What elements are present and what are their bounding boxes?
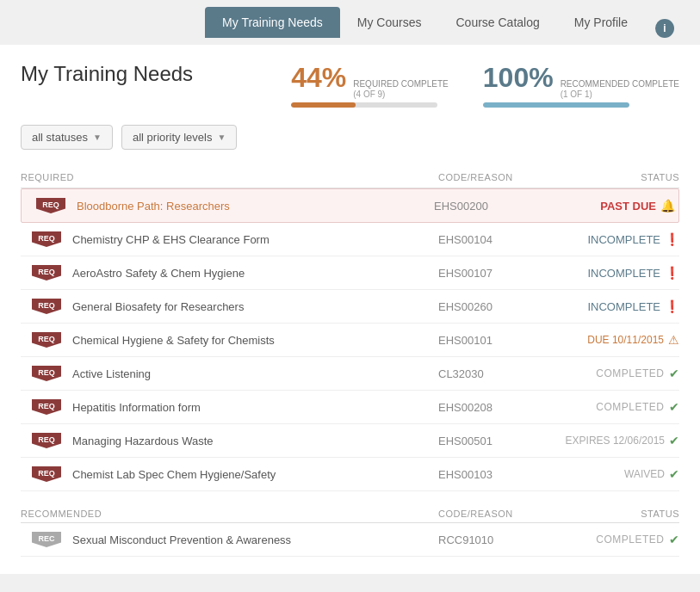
exclaim-icon: ❗ (665, 232, 679, 246)
course-code-cell: EHS00260 (438, 300, 559, 313)
course-code-cell: EHS00501 (438, 435, 559, 447)
rec-col-header: RECOMMENDED (21, 509, 72, 519)
required-col-code: CODE/REASON (438, 172, 559, 182)
recommended-percent: 100% (483, 62, 554, 94)
check-icon: ✔ (669, 434, 679, 447)
course-name-cell: General Biosafety for Researchers (72, 300, 438, 313)
recommended-section-header: RECOMMENDED CODE/REASON STATUS (21, 500, 679, 523)
required-progress-bar (291, 102, 437, 108)
course-name-text: Chemist Lab Spec Chem Hygiene/Safety (72, 468, 276, 481)
bell-icon: 🔔 (660, 199, 675, 213)
course-row-active-listening[interactable]: REQ Active Listening CL32030 COMPLETED ✔ (21, 357, 679, 391)
course-status-cell: DUE 10/11/2015 ⚠ (559, 333, 679, 347)
check-icon: ✔ (669, 533, 680, 546)
required-col-name (72, 172, 438, 182)
badge-cell: REQ (21, 366, 72, 381)
recommended-progress-bar (483, 102, 629, 108)
course-code-cell: EHS00103 (438, 468, 559, 481)
course-code-cell: EHS00208 (438, 401, 559, 414)
recommended-sublabel: (1 OF 1) (561, 89, 679, 99)
course-row-chp[interactable]: REQ Chemistry CHP & EHS Clearance Form E… (21, 223, 679, 256)
top-navigation: My Training Needs My Courses Course Cata… (0, 0, 700, 45)
recommended-bar-fill (483, 102, 629, 108)
req-flag: REQ (32, 466, 61, 482)
course-name-text: Managing Hazardous Waste (72, 435, 214, 447)
req-flag: REQ (32, 332, 61, 348)
course-name-text: AeroAstro Safety & Chem Hygiene (72, 267, 245, 280)
info-icon[interactable]: i (655, 19, 674, 38)
req-flag: REQ (36, 198, 65, 213)
course-code-cell: CL32030 (438, 367, 559, 380)
course-row-bloodborne[interactable]: REQ Bloodborne Path: Researchers EHS0020… (21, 188, 679, 223)
req-flag: REQ (32, 265, 61, 281)
course-code-cell: EHS00104 (438, 233, 559, 246)
nav-wrapper: My Training Needs My Courses Course Cata… (179, 7, 700, 38)
required-stat-block: 44% REQUIRED COMPLETE (4 OF 9) (291, 62, 449, 108)
course-code-cell: EHS00107 (438, 267, 559, 280)
tab-my-training-needs[interactable]: My Training Needs (205, 7, 340, 38)
course-name-cell: Chemist Lab Spec Chem Hygiene/Safety (72, 468, 438, 481)
tab-course-catalog[interactable]: Course Catalog (438, 7, 556, 38)
tab-my-courses[interactable]: My Courses (340, 7, 439, 38)
rec-flag: REC (32, 532, 61, 547)
course-name-cell: Chemical Hygiene & Safety for Chemists (72, 334, 438, 347)
course-name-text: Chemistry CHP & EHS Clearance Form (72, 233, 269, 246)
course-name-cell: Active Listening (72, 367, 438, 380)
course-status-cell: COMPLETED ✔ (559, 367, 679, 380)
rec-course-name-text: Sexual Misconduct Prevention & Awareness (72, 533, 291, 546)
courses-container: REQ Bloodborne Path: Researchers EHS0020… (21, 188, 679, 491)
rec-col-name (72, 509, 438, 519)
badge-cell: REQ (21, 299, 72, 314)
req-flag: REQ (32, 433, 61, 448)
course-name-cell: Hepatitis Information form (72, 401, 438, 414)
required-section-header: REQUIRED CODE/REASON STATUS (21, 167, 679, 188)
course-name-cell[interactable]: Bloodborne Path: Researchers (77, 200, 434, 213)
priority-filter[interactable]: all priority levels ▼ (121, 125, 237, 150)
badge-cell: REQ (21, 265, 72, 281)
nav-tabs: My Training Needs My Courses Course Cata… (205, 7, 645, 38)
course-name-text: Active Listening (72, 367, 151, 380)
rec-badge-cell: REC (21, 532, 72, 547)
course-row-hazardous[interactable]: REQ Managing Hazardous Waste EHS00501 EX… (21, 424, 679, 458)
required-col-status: STATUS (559, 172, 679, 182)
warning-icon: ⚠ (668, 333, 679, 347)
course-status-cell: COMPLETED ✔ (559, 400, 679, 414)
required-col-header: REQUIRED (21, 172, 72, 182)
rec-col-status: STATUS (559, 509, 679, 519)
page-header: My Training Needs 44% REQUIRED COMPLETE … (21, 62, 679, 108)
stats-area: 44% REQUIRED COMPLETE (4 OF 9) 100% RECO… (291, 62, 679, 108)
required-percent: 44% (291, 62, 346, 94)
check-icon: ✔ (669, 367, 680, 380)
exclaim-icon: ❗ (665, 266, 679, 280)
course-row-biosafety[interactable]: REQ General Biosafety for Researchers EH… (21, 290, 679, 324)
exclaim-icon: ❗ (665, 299, 679, 313)
filters-area: all statuses ▼ all priority levels ▼ (21, 125, 679, 150)
rec-course-row-sexual-misconduct[interactable]: REC Sexual Misconduct Prevention & Aware… (21, 523, 679, 557)
required-label: REQUIRED COMPLETE (353, 78, 449, 89)
badge-cell: REQ (25, 198, 77, 213)
course-row-chemist-lab[interactable]: REQ Chemist Lab Spec Chem Hygiene/Safety… (21, 458, 679, 491)
course-name-link[interactable]: Bloodborne Path: Researchers (77, 200, 230, 213)
status-filter[interactable]: all statuses ▼ (21, 125, 113, 150)
tab-my-profile[interactable]: My Profile (557, 7, 645, 38)
status-filter-label: all statuses (32, 131, 88, 144)
recommended-container: RECOMMENDED CODE/REASON STATUS REC Sexua… (21, 500, 679, 557)
priority-filter-label: all priority levels (133, 131, 212, 144)
course-status-cell: INCOMPLETE ❗ (559, 232, 679, 246)
priority-filter-arrow: ▼ (217, 133, 226, 142)
course-status-cell: INCOMPLETE ❗ (559, 266, 679, 280)
course-row-hepatitis[interactable]: REQ Hepatitis Information form EHS00208 … (21, 391, 679, 424)
course-name-text: Hepatitis Information form (72, 401, 201, 414)
recommended-stat-block: 100% RECOMMENDED COMPLETE (1 OF 1) (483, 62, 679, 108)
main-content: My Training Needs 44% REQUIRED COMPLETE … (0, 45, 700, 574)
course-code-cell: EHS00101 (438, 334, 559, 347)
course-row-aeroastro[interactable]: REQ AeroAstro Safety & Chem Hygiene EHS0… (21, 256, 679, 290)
course-row-chem-hygiene[interactable]: REQ Chemical Hygiene & Safety for Chemis… (21, 324, 679, 357)
course-name-cell: Chemistry CHP & EHS Clearance Form (72, 233, 438, 246)
required-stat-top: 44% REQUIRED COMPLETE (4 OF 9) (291, 62, 449, 99)
check-icon: ✔ (669, 467, 679, 481)
rec-col-code: CODE/REASON (438, 509, 559, 519)
recommended-stat-top: 100% RECOMMENDED COMPLETE (1 OF 1) (483, 62, 679, 99)
required-bar-fill (291, 102, 356, 108)
badge-cell: REQ (21, 433, 72, 448)
